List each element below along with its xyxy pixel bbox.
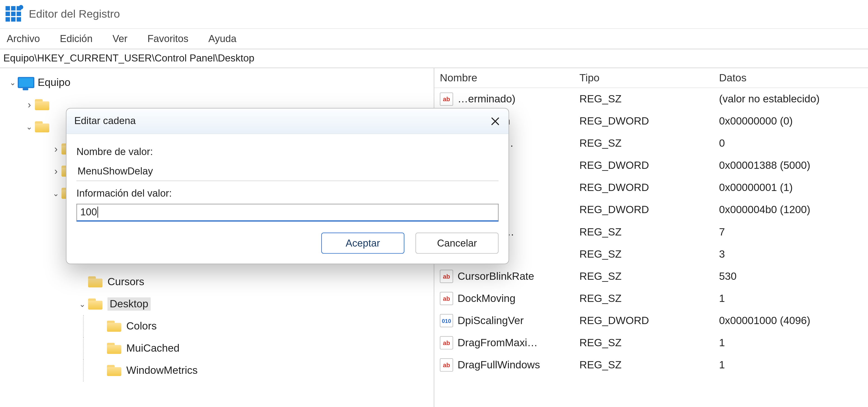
value-data-label: Información del valor: — [76, 188, 498, 199]
tree-label: Cursors — [107, 276, 144, 288]
reg-sz-icon: ab — [440, 292, 453, 305]
value-type: REG_SZ — [579, 292, 719, 305]
menu-ver[interactable]: Ver — [109, 33, 131, 44]
monitor-icon — [18, 77, 33, 88]
value-type: REG_DWORD — [579, 160, 719, 172]
value-data-field[interactable]: 100 — [76, 204, 498, 221]
col-name[interactable]: Nombre — [440, 72, 580, 84]
tree-cursors[interactable]: Cursors — [0, 271, 434, 293]
list-item[interactable]: abDragFromMaxi…REG_SZ1 — [434, 332, 868, 354]
value-data: 1 — [719, 292, 868, 305]
value-data: 0x00001388 (5000) — [719, 160, 868, 172]
value-type: REG_SZ — [579, 337, 719, 349]
value-name: DragFullWindows — [458, 359, 579, 371]
text-caret — [97, 207, 98, 218]
folder-icon — [107, 343, 121, 354]
menu-favoritos[interactable]: Favoritos — [144, 33, 192, 44]
menu-edicion[interactable]: Edición — [57, 33, 96, 44]
list-item[interactable]: abDragFullWindowsREG_SZ1 — [434, 354, 868, 376]
value-type: REG_DWORD — [579, 182, 719, 194]
value-data: 0 — [719, 137, 868, 150]
addressbar[interactable]: Equipo\HKEY_CURRENT_USER\Control Panel\D… — [0, 49, 868, 68]
dialog-title: Editar cadena — [74, 115, 490, 127]
col-type[interactable]: Tipo — [579, 72, 719, 84]
app-title: Editor del Registro — [29, 8, 120, 20]
value-name: DockMoving — [458, 292, 579, 305]
tree-desktop[interactable]: Desktop — [0, 293, 434, 315]
value-data: 0x00000001 (1) — [719, 182, 868, 194]
value-type: REG_SZ — [579, 137, 719, 150]
value-type: REG_SZ — [579, 226, 719, 238]
regedit-app-icon — [6, 6, 22, 23]
value-data: 3 — [719, 248, 868, 260]
value-type: REG_SZ — [579, 270, 719, 282]
folder-icon — [107, 321, 121, 332]
tree-label: Equipo — [38, 76, 70, 89]
folder-icon — [88, 276, 103, 287]
tree-label-selected: Desktop — [107, 298, 150, 311]
value-data: (valor no establecido) — [719, 93, 868, 105]
value-data: 1 — [719, 337, 868, 349]
list-item[interactable]: 010DpiScalingVerREG_DWORD0x00001000 (409… — [434, 310, 868, 332]
folder-icon — [107, 365, 121, 376]
titlebar: Editor del Registro — [0, 0, 868, 28]
value-type: REG_DWORD — [579, 315, 719, 327]
value-data: 530 — [719, 270, 868, 282]
list-item[interactable]: abCursorBlinkRateREG_SZ530 — [434, 265, 868, 287]
menu-archivo[interactable]: Archivo — [3, 33, 43, 44]
folder-icon — [35, 99, 49, 110]
tree-root-equipo[interactable]: Equipo — [0, 71, 434, 94]
value-name: …erminado) — [458, 93, 579, 105]
value-data: 7 — [719, 226, 868, 238]
list-item[interactable]: abDockMovingREG_SZ1 — [434, 287, 868, 310]
menubar: Archivo Edición Ver Favoritos Ayuda — [0, 28, 868, 49]
value-type: REG_SZ — [579, 359, 719, 371]
dialog-titlebar[interactable]: Editar cadena — [66, 108, 508, 134]
tree-colors[interactable]: Colors — [0, 315, 434, 337]
tree-label: MuiCached — [126, 342, 180, 354]
tree-label — [54, 98, 57, 111]
edit-string-dialog: Editar cadena Nombre de valor: MenuShowD… — [66, 108, 509, 264]
reg-sz-icon: ab — [440, 358, 453, 372]
reg-sz-icon: ab — [440, 270, 453, 283]
value-name: DpiScalingVer — [458, 315, 579, 327]
value-name-field: MenuShowDelay — [76, 162, 498, 181]
value-data-text: 100 — [80, 207, 97, 218]
tree-windowmetrics[interactable]: WindowMetrics — [0, 359, 434, 381]
value-type: REG_SZ — [579, 248, 719, 260]
tree-label — [54, 121, 57, 133]
folder-icon — [35, 121, 49, 132]
menu-ayuda[interactable]: Ayuda — [205, 33, 240, 44]
reg-sz-icon: ab — [440, 336, 453, 350]
value-type: REG_DWORD — [579, 204, 719, 216]
cancel-button[interactable]: Cancelar — [415, 232, 499, 254]
value-name: CursorBlinkRate — [458, 270, 579, 282]
accept-button[interactable]: Aceptar — [321, 232, 404, 254]
tree-muicached[interactable]: MuiCached — [0, 337, 434, 359]
folder-icon — [88, 299, 103, 310]
value-data: 0x000004b0 (1200) — [719, 204, 868, 216]
value-name-label: Nombre de valor: — [76, 146, 498, 158]
value-type: REG_DWORD — [579, 115, 719, 127]
close-icon[interactable] — [490, 116, 501, 127]
tree-label: WindowMetrics — [126, 364, 198, 376]
list-item[interactable]: ab…erminado)REG_SZ(valor no establecido) — [434, 88, 868, 110]
list-header: Nombre Tipo Datos — [434, 68, 868, 88]
reg-sz-icon: ab — [440, 92, 453, 106]
value-name: DragFromMaxi… — [458, 337, 579, 349]
col-data[interactable]: Datos — [719, 72, 868, 84]
value-data: 0x00001000 (4096) — [719, 315, 868, 327]
tree-label: Colors — [126, 320, 157, 332]
reg-dword-icon: 010 — [440, 314, 453, 327]
value-type: REG_SZ — [579, 93, 719, 105]
value-data: 1 — [719, 359, 868, 371]
value-data: 0x00000000 (0) — [719, 115, 868, 127]
